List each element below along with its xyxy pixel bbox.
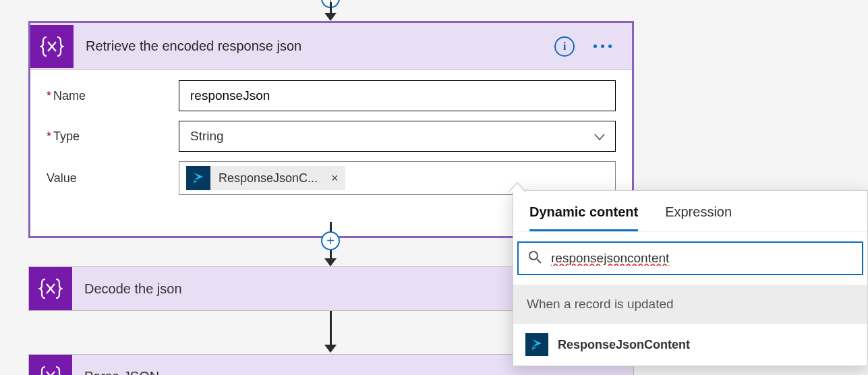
card-header[interactable]: Retrieve the encoded response json i [30, 23, 632, 70]
arrow-head-icon [324, 345, 337, 353]
remove-token-button[interactable]: × [324, 171, 345, 185]
dynamics-icon [525, 333, 548, 356]
arrow-head-icon [324, 13, 337, 21]
token-label: ResponseJsonC... [210, 171, 324, 185]
dynamic-content-popup: Dynamic content Expression When a record… [513, 190, 868, 366]
connector-line [330, 250, 332, 258]
popup-section-header: When a record is updated [513, 285, 867, 324]
more-menu-button[interactable] [594, 45, 612, 48]
variable-icon [29, 267, 72, 310]
card-title: Retrieve the encoded response json [74, 38, 554, 54]
name-input[interactable] [179, 80, 616, 111]
svg-point-0 [529, 252, 538, 260]
value-label: Value [47, 171, 179, 185]
type-select[interactable]: String [179, 121, 616, 152]
card-title: Parse JSON [72, 369, 159, 376]
tab-dynamic-content[interactable]: Dynamic content [529, 204, 638, 231]
card-title: Decode the json [72, 281, 182, 297]
connector-line [330, 2, 332, 13]
dynamic-content-item-label: ResponseJsonContent [558, 338, 690, 352]
arrow-head-icon [324, 258, 337, 266]
name-label: *Name [47, 89, 179, 103]
variable-icon [30, 25, 74, 68]
type-label: *Type [47, 129, 179, 144]
add-step-button-middle[interactable]: + [321, 231, 340, 250]
search-input[interactable] [551, 251, 852, 266]
search-icon [528, 250, 542, 266]
tab-expression[interactable]: Expression [665, 204, 732, 231]
chevron-down-icon [594, 131, 606, 146]
svg-line-1 [537, 259, 541, 263]
dynamic-content-search[interactable] [517, 241, 863, 275]
info-icon[interactable]: i [554, 36, 575, 57]
variable-icon [29, 355, 72, 375]
connector-line [330, 311, 332, 345]
dynamic-content-item[interactable]: ResponseJsonContent [513, 324, 867, 366]
dynamics-icon [186, 166, 210, 190]
dynamic-token[interactable]: ResponseJsonC... × [186, 166, 345, 190]
